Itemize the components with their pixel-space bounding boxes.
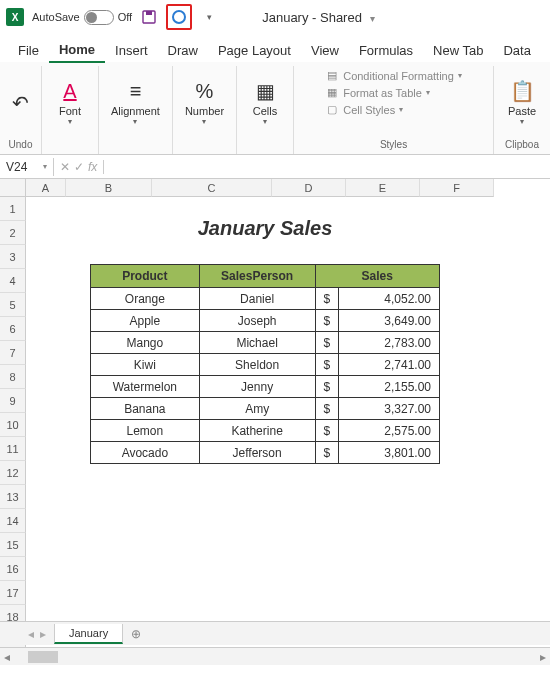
row-header[interactable]: 2 (0, 221, 26, 245)
cell-salesperson[interactable]: Sheldon (199, 354, 315, 376)
cell-sales[interactable]: 2,783.00 (339, 332, 440, 354)
row-header[interactable]: 7 (0, 341, 26, 365)
row-header[interactable]: 13 (0, 485, 26, 509)
cell-currency[interactable]: $ (315, 420, 339, 442)
cell-currency[interactable]: $ (315, 376, 339, 398)
col-header-D[interactable]: D (272, 179, 346, 197)
tab-draw[interactable]: Draw (158, 39, 208, 62)
cell-sales[interactable]: 3,649.00 (339, 310, 440, 332)
conditional-formatting-button[interactable]: ▤ Conditional Formatting ▾ (323, 68, 464, 83)
autosave-toggle[interactable]: AutoSave Off (32, 10, 132, 25)
col-header-C[interactable]: C (152, 179, 272, 197)
tab-home[interactable]: Home (49, 38, 105, 63)
tab-file[interactable]: File (8, 39, 49, 62)
cell-sales[interactable]: 3,801.00 (339, 442, 440, 464)
tab-data[interactable]: Data (493, 39, 540, 62)
tab-new-tab[interactable]: New Tab (423, 39, 493, 62)
cell-currency[interactable]: $ (315, 288, 339, 310)
scroll-thumb[interactable] (28, 651, 58, 663)
cell-salesperson[interactable]: Jefferson (199, 442, 315, 464)
name-box[interactable]: V24 ▾ (0, 158, 54, 176)
row-header[interactable]: 14 (0, 509, 26, 533)
cell-currency[interactable]: $ (315, 442, 339, 464)
row-header[interactable]: 1 (0, 197, 26, 221)
confirm-icon[interactable]: ✓ (74, 160, 84, 174)
add-sheet-button[interactable]: ⊕ (123, 627, 149, 641)
horizontal-scrollbar[interactable]: ◂ ▸ (0, 647, 550, 665)
number-button[interactable]: % Number ▾ (179, 75, 230, 130)
cell-salesperson[interactable]: Amy (199, 398, 315, 420)
cell-sales[interactable]: 2,741.00 (339, 354, 440, 376)
cell-currency[interactable]: $ (315, 310, 339, 332)
tab-formulas[interactable]: Formulas (349, 39, 423, 62)
cell-salesperson[interactable]: Daniel (199, 288, 315, 310)
tab-page-layout[interactable]: Page Layout (208, 39, 301, 62)
col-header-A[interactable]: A (26, 179, 66, 197)
cell-product[interactable]: Kiwi (91, 354, 200, 376)
row-header[interactable]: 9 (0, 389, 26, 413)
cell-product[interactable]: Lemon (91, 420, 200, 442)
paste-button[interactable]: 📋 Paste ▾ (500, 75, 544, 130)
cells-button[interactable]: ▦ Cells ▾ (243, 75, 287, 130)
row-header[interactable]: 6 (0, 317, 26, 341)
cell-product[interactable]: Apple (91, 310, 200, 332)
row-header[interactable]: 16 (0, 557, 26, 581)
row-header[interactable]: 8 (0, 365, 26, 389)
cell-product[interactable]: Watermelon (91, 376, 200, 398)
cell-sales[interactable]: 3,327.00 (339, 398, 440, 420)
row-header[interactable]: 12 (0, 461, 26, 485)
cell-currency[interactable]: $ (315, 398, 339, 420)
cancel-icon[interactable]: ✕ (60, 160, 70, 174)
cell-product[interactable]: Banana (91, 398, 200, 420)
cell-sales[interactable]: 4,052.00 (339, 288, 440, 310)
alignment-button[interactable]: ≡ Alignment ▾ (105, 75, 166, 130)
select-all-corner[interactable] (0, 179, 26, 197)
ribbon-group-number: % Number ▾ (173, 66, 237, 154)
cell-salesperson[interactable]: Jenny (199, 376, 315, 398)
cell-currency[interactable]: $ (315, 332, 339, 354)
row-header[interactable]: 10 (0, 413, 26, 437)
font-button[interactable]: A Font ▾ (48, 75, 92, 130)
cell-product[interactable]: Orange (91, 288, 200, 310)
cell-salesperson[interactable]: Joseph (199, 310, 315, 332)
sheet-tab-january[interactable]: January (54, 624, 123, 644)
cell-currency[interactable]: $ (315, 354, 339, 376)
ribbon-group-undo: ↶ Undo (0, 66, 42, 154)
table-row: BananaAmy$3,327.00 (91, 398, 440, 420)
undo-button[interactable]: ↶ (6, 87, 35, 119)
col-header-F[interactable]: F (420, 179, 494, 197)
chevron-down-icon: ▾ (207, 12, 212, 22)
save-button[interactable] (136, 4, 162, 30)
cell-product[interactable]: Avocado (91, 442, 200, 464)
cell-salesperson[interactable]: Katherine (199, 420, 315, 442)
cell-styles-button[interactable]: ▢ Cell Styles ▾ (323, 102, 405, 117)
row-header[interactable]: 5 (0, 293, 26, 317)
document-title: January - Shared ▾ (262, 10, 374, 25)
cell-sales[interactable]: 2,155.00 (339, 376, 440, 398)
tab-view[interactable]: View (301, 39, 349, 62)
row-header[interactable]: 15 (0, 533, 26, 557)
tab-insert[interactable]: Insert (105, 39, 158, 62)
row-header[interactable]: 11 (0, 437, 26, 461)
row-header[interactable]: 3 (0, 245, 26, 269)
col-header-B[interactable]: B (66, 179, 152, 197)
toggle-switch[interactable] (84, 10, 114, 25)
row-header[interactable]: 4 (0, 269, 26, 293)
cell-salesperson[interactable]: Michael (199, 332, 315, 354)
cell-sales[interactable]: 2,575.00 (339, 420, 440, 442)
cells-area[interactable]: January Sales ProductSalesPersonSales Or… (26, 197, 550, 653)
col-header-E[interactable]: E (346, 179, 420, 197)
formula-input[interactable] (104, 165, 550, 169)
scroll-left-icon[interactable]: ◂ (0, 650, 14, 664)
row-header[interactable]: 17 (0, 581, 26, 605)
cond-format-icon: ▤ (325, 69, 339, 82)
fx-icon[interactable]: fx (88, 160, 97, 174)
chevron-down-icon[interactable]: ▾ (370, 13, 375, 24)
customize-qat-button[interactable]: ▾ (196, 4, 222, 30)
autosave-label: AutoSave (32, 11, 80, 23)
sync-button[interactable] (166, 4, 192, 30)
cell-product[interactable]: Mango (91, 332, 200, 354)
sheet-nav[interactable]: ◂▸ (20, 627, 54, 641)
scroll-right-icon[interactable]: ▸ (536, 650, 550, 664)
format-as-table-button[interactable]: ▦ Format as Table ▾ (323, 85, 432, 100)
